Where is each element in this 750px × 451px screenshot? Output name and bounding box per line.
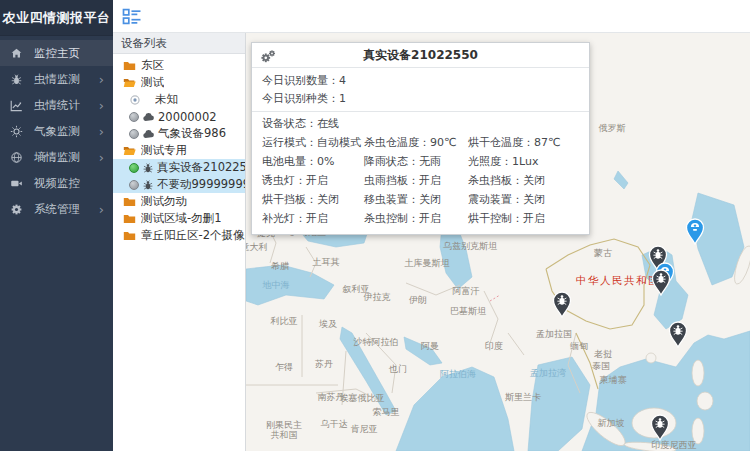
status-dot-gray [129,180,139,190]
tree-item-label: 章丘阳丘区-2个摄像头 [141,228,245,243]
map-label: 意大利 [246,241,268,254]
map-label: 地中海 [263,279,290,292]
app-window: 俄罗斯哈萨克斯坦乌克兰捷克匈牙利罗马尼亚意大利希腊地中海土耳其叙利亚伊拉克伊朗乌… [0,0,750,451]
tree-folder-item[interactable]: 东区 [113,57,245,74]
sidebar-menu: 监控主页虫情监测›虫情统计›气象监测›墒情监测›视频监控系统管理› [0,36,113,222]
video-icon [9,176,24,191]
map-label: 苏丹 [315,358,333,371]
unknown-device-icon [129,94,141,106]
tree-item-label: 未知 [155,92,178,107]
chevron-right-icon: › [99,151,106,164]
map-marker-camera[interactable] [684,217,706,245]
popup-detail-cell: 烘干仓温度：87℃ [468,133,579,152]
status-dot-gray [129,129,139,139]
map-label: 柬埔寨 [600,374,627,387]
tree-item-label: 不要动99999999 [157,177,245,192]
popup-summary-row: 今日识别数量：4 [262,72,579,90]
cloud-device-icon [142,112,155,122]
cogs-icon[interactable] [260,48,276,63]
map-label: 阿富汗 [453,285,480,298]
map-label: 乌干达 [321,418,348,431]
tree-item-label: 测试 [141,75,164,90]
map-label: 缅甸 [570,340,588,353]
map-label: 利比亚 [271,315,298,328]
gear-icon [9,202,24,217]
popup-detail-cell: 震动装置：关闭 [468,190,579,209]
map-marker-insect[interactable] [650,268,672,296]
map-label: 伊拉克 [364,291,391,304]
map-label: 斯里兰卡 [505,391,541,404]
bug-device-icon [142,179,154,191]
folder-closed-icon [123,60,136,71]
tree-folder-item[interactable]: 测试区域-勿删1 [113,210,245,227]
map-label: 蒙古 [594,247,612,260]
popup-detail-cell: 光照度：1Lux [468,152,579,171]
chevron-right-icon: › [99,203,106,216]
topbar [113,0,750,33]
tree-folder-item[interactable]: 测试专用 [113,142,245,159]
folder-open-icon [123,145,136,156]
tree-device-item[interactable]: 20000002 [113,108,245,125]
popup-header: 真实设备21022550 [252,43,589,68]
popup-detail-cell: 运行模式：自动模式 [262,133,364,152]
tree-device-item[interactable]: 真实设备21022550 [113,159,245,176]
globe-icon [9,150,24,165]
tree-item-label: 测试专用 [141,143,187,158]
popup-detail-cell: 移虫装置：关闭 [364,190,468,209]
sidebar-item-bug[interactable]: 虫情监测› [0,66,113,92]
sidebar-item-weather[interactable]: 气象监测› [0,118,113,144]
popup-detail-cell: 电池电量：0% [262,152,364,171]
map-marker-insect[interactable] [551,290,573,318]
map-label: 埃及 [319,318,337,331]
map-label: 阿曼 [421,340,439,353]
tree-folder-item[interactable]: 测试 [113,74,245,91]
tree-item-label: 真实设备21022550 [157,160,245,175]
tree-device-item[interactable]: 不要动99999999 [113,176,245,193]
popup-detail-cell: 诱虫灯：开启 [262,171,364,190]
popup-detail-cell: 杀虫挡板：关闭 [468,171,579,190]
sidebar-item-label: 墒情监测 [34,150,99,165]
sidebar-item-label: 视频监控 [34,176,106,191]
popup-detail-grid: 运行模式：自动模式杀虫仓温度：90℃烘干仓温度：87℃电池电量：0%降雨状态：无… [262,133,579,228]
map-label: 索马里 [373,406,400,419]
map-label: 俄罗斯 [599,122,626,135]
tree-device-item[interactable]: 未知 [113,91,245,108]
popup-detail-cell: 杀虫仓温度：90℃ [364,133,468,152]
popup-detail-cell: 杀虫控制：开启 [364,209,468,228]
map-marker-insect[interactable] [649,413,671,441]
sidebar-item-globe[interactable]: 墒情监测› [0,144,113,170]
popup-detail-cell: 虫雨挡板：开启 [364,171,468,190]
popup-detail-cell: 烘干控制：开启 [468,209,579,228]
tree-folder-item[interactable]: 测试勿动 [113,193,245,210]
map-label: 希腊 [271,260,289,273]
map-label: 孟加拉湾 [530,367,566,380]
chart-icon [9,98,24,113]
sidebar-item-video[interactable]: 视频监控 [0,170,113,196]
popup-title: 真实设备21022550 [363,48,478,62]
map-label: 孟加拉国 [536,328,572,341]
map-label: 印度 [485,340,503,353]
home-icon [9,46,24,61]
popup-body: 今日识别数量：4今日识别种类：1 设备状态：在线 运行模式：自动模式杀虫仓温度：… [252,68,589,234]
map-label: 埃塞俄比亚 [340,392,385,405]
tree-item-label: 气象设备986 [158,126,226,141]
device-tree: 东区测试未知20000002气象设备986测试专用真实设备21022550不要动… [113,54,245,244]
popup-detail-cell: 降雨状态：无雨 [364,152,468,171]
sidebar-item-home[interactable]: 监控主页 [0,40,113,66]
map-marker-insect[interactable] [667,320,689,348]
weather-icon [9,124,24,139]
sidebar-item-label: 虫情监测 [34,72,99,87]
map-label: 泰国 [592,360,610,373]
map-label: 沙特阿拉伯 [354,336,399,349]
tree-folder-item[interactable]: 章丘阳丘区-2个摄像头 [113,227,245,244]
layout-list-icon[interactable] [122,8,142,25]
sidebar-item-chart[interactable]: 虫情统计› [0,92,113,118]
tree-item-label: 东区 [141,58,164,73]
popup-summary-row: 今日识别种类：1 [262,90,579,108]
popup-detail-cell: 烘干挡板：关闭 [262,190,364,209]
tree-device-item[interactable]: 气象设备986 [113,125,245,142]
bug-device-icon [142,162,154,174]
sidebar-item-gear[interactable]: 系统管理› [0,196,113,222]
sidebar: 农业四情测报平台 监控主页虫情监测›虫情统计›气象监测›墒情监测›视频监控系统管… [0,0,113,451]
chevron-right-icon: › [99,99,106,112]
